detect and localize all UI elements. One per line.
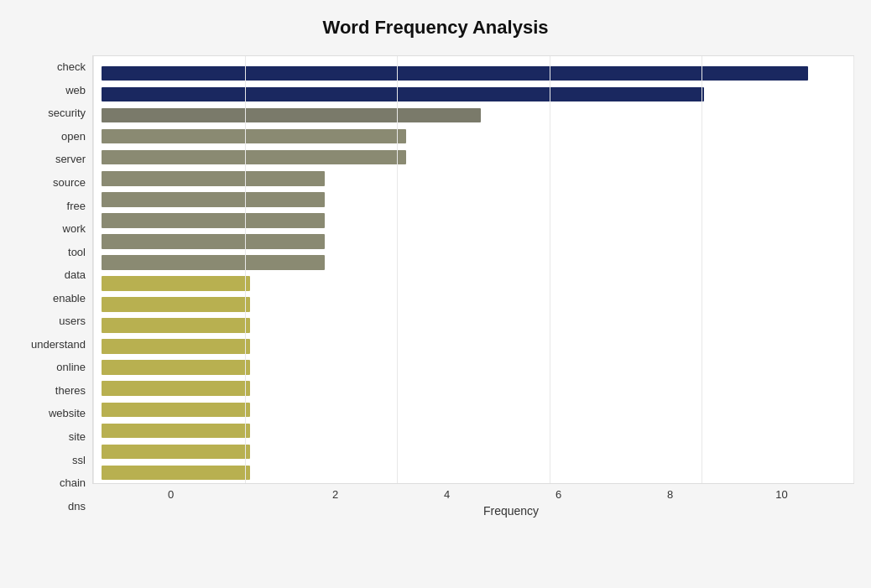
bar <box>102 339 250 354</box>
x-tick: 4 <box>391 484 503 501</box>
grid-line <box>853 56 854 483</box>
bar <box>102 192 325 207</box>
bar-row <box>102 189 845 210</box>
grid-line <box>701 56 702 483</box>
bar-row <box>102 231 845 252</box>
bar-row <box>102 168 845 189</box>
bar <box>102 360 250 375</box>
bar <box>102 213 325 228</box>
y-label: source <box>17 177 86 188</box>
y-label: theres <box>17 385 86 396</box>
bar <box>102 381 250 396</box>
bar-row <box>102 357 845 378</box>
y-label: chain <box>17 477 86 488</box>
bar-row <box>102 399 845 420</box>
y-label: work <box>17 223 86 234</box>
x-axis: 0246810 Frequency <box>92 484 854 518</box>
grid-line <box>93 56 94 483</box>
bar-row <box>102 315 845 336</box>
grid-line <box>550 56 550 483</box>
x-axis-label: Frequency <box>92 501 854 518</box>
x-tick: 2 <box>279 484 391 501</box>
y-label: ssl <box>17 455 86 466</box>
chart-area: checkwebsecurityopenserversourcefreework… <box>17 55 854 518</box>
y-label: online <box>17 362 86 372</box>
y-label: free <box>17 200 86 211</box>
x-tick: 0 <box>168 484 279 501</box>
bar <box>102 129 406 144</box>
y-label: understand <box>17 339 86 350</box>
y-label: server <box>17 154 86 164</box>
bar <box>102 424 250 439</box>
x-tick: 6 <box>503 484 614 501</box>
bar-row <box>102 126 845 147</box>
bar-row <box>102 294 845 315</box>
y-label: enable <box>17 293 86 304</box>
bar <box>102 276 250 291</box>
y-label: open <box>17 131 86 142</box>
bar <box>102 318 250 333</box>
y-label: check <box>17 61 86 72</box>
bar-row <box>102 84 845 105</box>
y-label: dns <box>17 501 86 512</box>
y-label: site <box>17 431 86 442</box>
x-ticks: 0246810 <box>92 484 854 501</box>
y-label: users <box>17 315 86 326</box>
bar-row <box>102 462 845 483</box>
bar <box>102 445 250 460</box>
bar-row <box>102 63 845 84</box>
y-label: data <box>17 269 86 280</box>
chart-title: Word Frequency Analysis <box>17 17 854 39</box>
bar <box>102 403 250 418</box>
bar <box>102 255 325 270</box>
grid-line <box>245 56 246 483</box>
bar <box>102 87 704 102</box>
bar-row <box>102 420 845 441</box>
y-label: security <box>17 107 86 118</box>
bar <box>102 108 481 123</box>
bar-row <box>102 210 845 231</box>
y-axis: checkwebsecurityopenserversourcefreework… <box>17 55 92 518</box>
bar-row <box>102 147 845 168</box>
plot-area <box>92 55 854 484</box>
grid-line <box>397 56 398 483</box>
bar-row <box>102 252 845 273</box>
bar <box>102 171 325 186</box>
bar-row <box>102 105 845 126</box>
bars-wrapper <box>93 56 853 483</box>
bar <box>102 466 250 481</box>
y-label: web <box>17 85 86 96</box>
bar <box>102 150 406 165</box>
x-tick: 10 <box>726 484 837 501</box>
y-label: tool <box>17 247 86 258</box>
bar-row <box>102 336 845 357</box>
bar-row <box>102 378 845 399</box>
bar <box>102 297 250 312</box>
bar <box>102 234 325 249</box>
bar-row <box>102 441 845 462</box>
bar-row <box>102 273 845 294</box>
x-tick: 8 <box>614 484 726 501</box>
y-label: website <box>17 408 86 419</box>
chart-container: Word Frequency Analysis checkwebsecurity… <box>0 0 871 588</box>
